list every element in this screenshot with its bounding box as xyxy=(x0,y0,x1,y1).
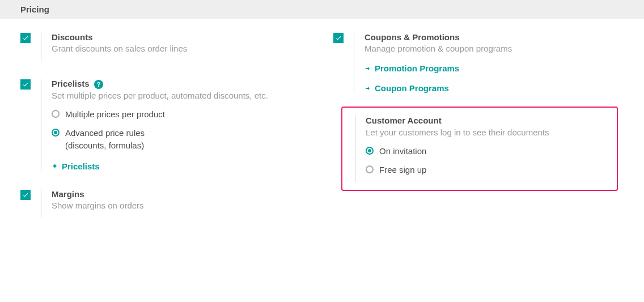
setting-title-discounts: Discounts xyxy=(52,32,311,42)
setting-content: Margins Show margins on orders xyxy=(52,189,311,211)
setting-content: Discounts Grant discounts on sales order… xyxy=(52,32,311,54)
radio-multiple-prices[interactable]: Multiple prices per product xyxy=(52,108,311,121)
radio-icon xyxy=(366,165,374,173)
divider-icon xyxy=(355,116,355,182)
check-icon xyxy=(335,35,342,41)
divider-icon xyxy=(41,79,41,171)
link-label: Pricelists xyxy=(62,161,100,171)
setting-title-coupons: Coupons & Promotions xyxy=(365,32,624,42)
link-label: Coupon Programs xyxy=(375,83,449,93)
setting-desc-pricelists: Set multiple prices per product, automat… xyxy=(52,91,311,100)
radio-icon xyxy=(52,129,60,137)
check-icon xyxy=(22,35,29,41)
settings-body: Discounts Grant discounts on sales order… xyxy=(0,19,644,222)
radio-label: Free sign up xyxy=(379,164,426,177)
radio-advanced-rules[interactable]: Advanced price rules (discounts, formula… xyxy=(52,127,311,152)
radio-label: Advanced price rules (discounts, formula… xyxy=(65,127,145,152)
radio-free-signup[interactable]: Free sign up xyxy=(366,164,604,177)
checkbox-pricelists[interactable] xyxy=(20,79,31,90)
setting-coupons: Coupons & Promotions Manage promotion & … xyxy=(333,32,624,93)
radio-on-invitation[interactable]: On invitation xyxy=(366,145,604,158)
link-coupon-programs[interactable]: Coupon Programs xyxy=(365,83,624,93)
setting-desc-customer-account: Let your customers log in to see their d… xyxy=(366,127,604,137)
right-column: Coupons & Promotions Manage promotion & … xyxy=(333,32,624,222)
link-pricelists[interactable]: Pricelists xyxy=(52,161,311,171)
link-label: Promotion Programs xyxy=(375,63,459,73)
setting-customer-account: Customer Account Let your customers log … xyxy=(333,111,624,191)
setting-discounts: Discounts Grant discounts on sales order… xyxy=(20,32,311,61)
highlight-box: Customer Account Let your customers log … xyxy=(341,107,618,191)
divider-icon xyxy=(354,32,354,93)
coupons-links: Promotion Programs Coupon Programs xyxy=(365,63,624,93)
checkbox-coupons[interactable] xyxy=(333,33,344,43)
arrow-right-icon xyxy=(365,85,371,92)
radio-icon xyxy=(52,110,60,118)
customer-account-radio-group: On invitation Free sign up xyxy=(366,145,604,176)
setting-content: Customer Account Let your customers log … xyxy=(366,116,604,182)
question-icon[interactable]: ? xyxy=(94,80,103,89)
settings-columns: Discounts Grant discounts on sales order… xyxy=(20,32,624,222)
setting-content: Pricelists ? Set multiple prices per pro… xyxy=(52,79,311,171)
checkbox-margins[interactable] xyxy=(20,190,31,200)
divider-icon xyxy=(41,189,41,218)
check-icon xyxy=(22,192,29,198)
radio-label: Multiple prices per product xyxy=(65,108,165,121)
section-title: Pricing xyxy=(20,5,49,14)
setting-pricelists: Pricelists ? Set multiple prices per pro… xyxy=(20,79,311,171)
setting-desc-margins: Show margins on orders xyxy=(52,201,311,210)
radio-label: On invitation xyxy=(379,145,426,158)
setting-title-pricelists: Pricelists ? xyxy=(52,79,311,89)
check-icon xyxy=(22,81,29,88)
setting-title-customer-account: Customer Account xyxy=(366,116,604,125)
setting-desc-coupons: Manage promotion & coupon programs xyxy=(365,44,624,53)
pricelists-radio-group: Multiple prices per product Advanced pri… xyxy=(52,108,311,152)
radio-icon xyxy=(366,147,374,155)
left-column: Discounts Grant discounts on sales order… xyxy=(20,32,311,222)
divider-icon xyxy=(41,32,41,61)
pricelists-title-text: Pricelists xyxy=(52,79,90,88)
arrow-right-icon xyxy=(365,65,371,72)
arrow-right-icon xyxy=(52,163,58,169)
setting-margins: Margins Show margins on orders xyxy=(20,189,311,218)
link-promotion-programs[interactable]: Promotion Programs xyxy=(365,63,624,73)
setting-desc-discounts: Grant discounts on sales order lines xyxy=(52,44,311,53)
checkbox-discounts[interactable] xyxy=(20,33,31,43)
setting-content: Coupons & Promotions Manage promotion & … xyxy=(365,32,624,93)
section-header: Pricing xyxy=(0,0,644,19)
setting-title-margins: Margins xyxy=(52,189,311,199)
